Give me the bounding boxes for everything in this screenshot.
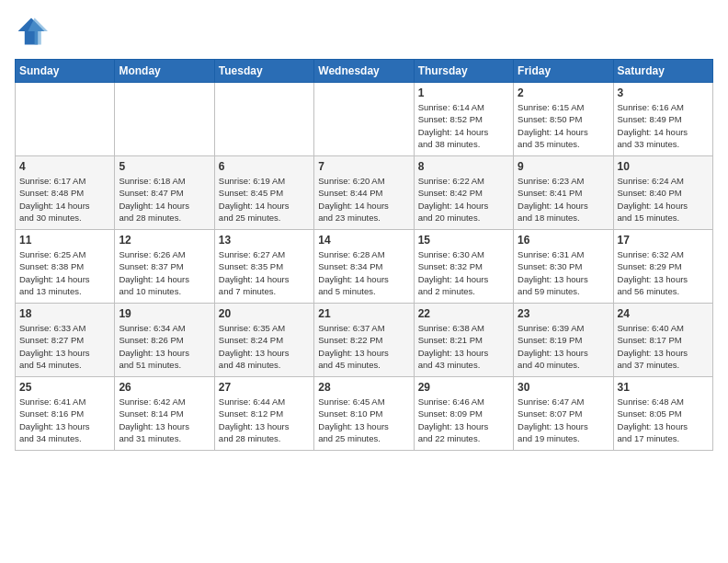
calendar-cell: 31Sunrise: 6:48 AM Sunset: 8:05 PM Dayli… (613, 377, 712, 451)
day-header-sunday: Sunday (16, 60, 115, 83)
day-info: Sunrise: 6:34 AM Sunset: 8:26 PM Dayligh… (119, 322, 210, 371)
day-number: 20 (219, 307, 310, 320)
day-info: Sunrise: 6:24 AM Sunset: 8:40 PM Dayligh… (618, 175, 709, 224)
calendar-cell: 26Sunrise: 6:42 AM Sunset: 8:14 PM Dayli… (115, 377, 214, 451)
day-info: Sunrise: 6:48 AM Sunset: 8:05 PM Dayligh… (618, 396, 709, 444)
day-number: 10 (618, 160, 709, 173)
day-info: Sunrise: 6:41 AM Sunset: 8:16 PM Dayligh… (19, 396, 110, 444)
day-info: Sunrise: 6:15 AM Sunset: 8:50 PM Dayligh… (518, 101, 609, 150)
day-info: Sunrise: 6:38 AM Sunset: 8:21 PM Dayligh… (418, 322, 509, 371)
day-header-friday: Friday (514, 60, 613, 83)
calendar-week-2: 4Sunrise: 6:17 AM Sunset: 8:48 PM Daylig… (16, 156, 713, 230)
calendar-cell: 14Sunrise: 6:28 AM Sunset: 8:34 PM Dayli… (314, 230, 414, 304)
day-number: 11 (19, 234, 110, 247)
day-number: 16 (518, 234, 609, 247)
day-info: Sunrise: 6:31 AM Sunset: 8:30 PM Dayligh… (518, 248, 609, 297)
day-info: Sunrise: 6:16 AM Sunset: 8:49 PM Dayligh… (618, 101, 709, 150)
calendar-cell: 10Sunrise: 6:24 AM Sunset: 8:40 PM Dayli… (613, 156, 712, 230)
calendar-cell: 27Sunrise: 6:44 AM Sunset: 8:12 PM Dayli… (214, 377, 313, 451)
calendar-cell: 3Sunrise: 6:16 AM Sunset: 8:49 PM Daylig… (613, 83, 712, 156)
day-info: Sunrise: 6:20 AM Sunset: 8:44 PM Dayligh… (318, 175, 409, 224)
calendar-cell: 6Sunrise: 6:19 AM Sunset: 8:45 PM Daylig… (214, 156, 313, 230)
day-number: 2 (518, 86, 609, 99)
day-number: 15 (418, 234, 509, 247)
day-info: Sunrise: 6:37 AM Sunset: 8:22 PM Dayligh… (318, 322, 409, 371)
day-info: Sunrise: 6:27 AM Sunset: 8:35 PM Dayligh… (219, 248, 310, 297)
day-number: 31 (618, 381, 709, 394)
day-info: Sunrise: 6:26 AM Sunset: 8:37 PM Dayligh… (119, 248, 210, 297)
day-number: 18 (19, 307, 110, 320)
day-info: Sunrise: 6:39 AM Sunset: 8:19 PM Dayligh… (518, 322, 609, 371)
logo (15, 15, 51, 48)
calendar-cell: 2Sunrise: 6:15 AM Sunset: 8:50 PM Daylig… (514, 83, 613, 156)
calendar-cell (16, 83, 115, 156)
day-number: 21 (318, 307, 409, 320)
day-info: Sunrise: 6:22 AM Sunset: 8:42 PM Dayligh… (418, 175, 509, 224)
day-info: Sunrise: 6:44 AM Sunset: 8:12 PM Dayligh… (219, 396, 310, 444)
calendar-cell: 9Sunrise: 6:23 AM Sunset: 8:41 PM Daylig… (514, 156, 613, 230)
calendar-header-row: SundayMondayTuesdayWednesdayThursdayFrid… (16, 60, 713, 83)
day-number: 8 (418, 160, 509, 173)
day-number: 13 (219, 234, 310, 247)
day-number: 14 (318, 234, 409, 247)
day-number: 1 (418, 86, 509, 99)
calendar-cell: 5Sunrise: 6:18 AM Sunset: 8:47 PM Daylig… (115, 156, 214, 230)
calendar-cell: 21Sunrise: 6:37 AM Sunset: 8:22 PM Dayli… (314, 304, 414, 377)
calendar-week-5: 25Sunrise: 6:41 AM Sunset: 8:16 PM Dayli… (16, 377, 713, 451)
day-info: Sunrise: 6:25 AM Sunset: 8:38 PM Dayligh… (19, 248, 110, 297)
day-info: Sunrise: 6:18 AM Sunset: 8:47 PM Dayligh… (119, 175, 210, 224)
day-number: 4 (19, 160, 110, 173)
day-number: 6 (219, 160, 310, 173)
calendar-cell: 18Sunrise: 6:33 AM Sunset: 8:27 PM Dayli… (16, 304, 115, 377)
day-header-wednesday: Wednesday (314, 60, 414, 83)
calendar-cell (115, 83, 214, 156)
day-number: 9 (518, 160, 609, 173)
calendar-week-3: 11Sunrise: 6:25 AM Sunset: 8:38 PM Dayli… (16, 230, 713, 304)
calendar-table: SundayMondayTuesdayWednesdayThursdayFrid… (15, 59, 713, 451)
calendar-cell: 23Sunrise: 6:39 AM Sunset: 8:19 PM Dayli… (514, 304, 613, 377)
page-header (15, 15, 713, 48)
day-number: 25 (19, 381, 110, 394)
day-header-monday: Monday (115, 60, 214, 83)
calendar-cell: 30Sunrise: 6:47 AM Sunset: 8:07 PM Dayli… (514, 377, 613, 451)
day-info: Sunrise: 6:32 AM Sunset: 8:29 PM Dayligh… (618, 248, 709, 297)
day-number: 17 (618, 234, 709, 247)
calendar-cell (314, 83, 414, 156)
day-header-thursday: Thursday (414, 60, 513, 83)
day-info: Sunrise: 6:35 AM Sunset: 8:24 PM Dayligh… (219, 322, 310, 371)
calendar-cell: 16Sunrise: 6:31 AM Sunset: 8:30 PM Dayli… (514, 230, 613, 304)
day-info: Sunrise: 6:17 AM Sunset: 8:48 PM Dayligh… (19, 175, 110, 224)
day-number: 24 (618, 307, 709, 320)
logo-icon (15, 15, 48, 48)
day-number: 7 (318, 160, 409, 173)
day-number: 26 (119, 381, 210, 394)
calendar-cell: 24Sunrise: 6:40 AM Sunset: 8:17 PM Dayli… (613, 304, 712, 377)
day-info: Sunrise: 6:30 AM Sunset: 8:32 PM Dayligh… (418, 248, 509, 297)
day-number: 27 (219, 381, 310, 394)
day-info: Sunrise: 6:47 AM Sunset: 8:07 PM Dayligh… (518, 396, 609, 444)
calendar-cell: 17Sunrise: 6:32 AM Sunset: 8:29 PM Dayli… (613, 230, 712, 304)
day-info: Sunrise: 6:45 AM Sunset: 8:10 PM Dayligh… (318, 396, 409, 444)
day-number: 22 (418, 307, 509, 320)
day-info: Sunrise: 6:42 AM Sunset: 8:14 PM Dayligh… (119, 396, 210, 444)
day-info: Sunrise: 6:14 AM Sunset: 8:52 PM Dayligh… (418, 101, 509, 150)
day-header-tuesday: Tuesday (214, 60, 313, 83)
calendar-cell: 20Sunrise: 6:35 AM Sunset: 8:24 PM Dayli… (214, 304, 313, 377)
calendar-week-4: 18Sunrise: 6:33 AM Sunset: 8:27 PM Dayli… (16, 304, 713, 377)
calendar-cell: 25Sunrise: 6:41 AM Sunset: 8:16 PM Dayli… (16, 377, 115, 451)
calendar-cell (214, 83, 313, 156)
day-header-saturday: Saturday (613, 60, 712, 83)
calendar-cell: 29Sunrise: 6:46 AM Sunset: 8:09 PM Dayli… (414, 377, 513, 451)
day-info: Sunrise: 6:23 AM Sunset: 8:41 PM Dayligh… (518, 175, 609, 224)
calendar-cell: 28Sunrise: 6:45 AM Sunset: 8:10 PM Dayli… (314, 377, 414, 451)
day-number: 29 (418, 381, 509, 394)
calendar-cell: 7Sunrise: 6:20 AM Sunset: 8:44 PM Daylig… (314, 156, 414, 230)
day-number: 12 (119, 234, 210, 247)
calendar-cell: 4Sunrise: 6:17 AM Sunset: 8:48 PM Daylig… (16, 156, 115, 230)
day-number: 19 (119, 307, 210, 320)
calendar-cell: 11Sunrise: 6:25 AM Sunset: 8:38 PM Dayli… (16, 230, 115, 304)
calendar-cell: 22Sunrise: 6:38 AM Sunset: 8:21 PM Dayli… (414, 304, 513, 377)
day-number: 23 (518, 307, 609, 320)
day-number: 3 (618, 86, 709, 99)
day-number: 28 (318, 381, 409, 394)
